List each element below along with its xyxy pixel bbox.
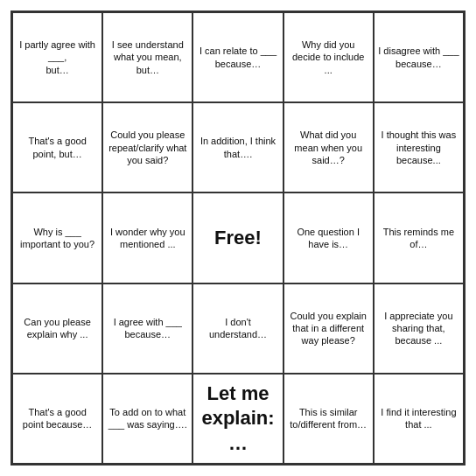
bingo-cell-r5c2: To add on to what ___ was saying…. — [102, 374, 192, 464]
bingo-cell-r2c3: In addition, I think that…. — [192, 102, 283, 192]
bingo-cell-r2c5: I thought this was interesting because..… — [374, 102, 464, 192]
bingo-cell-r3c5: This reminds me of… — [374, 192, 464, 283]
bingo-cell-r2c1: That's a good point, but… — [12, 102, 102, 192]
bingo-cell-r1c3: I can relate to ___because… — [192, 12, 283, 102]
bingo-cell-r4c4: Could you explain that in a different wa… — [284, 284, 374, 374]
bingo-cell-r5c5: I find it interesting that ... — [374, 374, 464, 464]
bingo-cell-r4c1: Can you please explain why ... — [12, 284, 102, 374]
bingo-grid: I partly agree with ___,but…I see unders… — [12, 12, 464, 464]
bingo-cell-r2c4: What did you mean when you said…? — [284, 102, 374, 192]
bingo-cell-r1c2: I see understand what you mean, but… — [102, 12, 192, 102]
bingo-cell-r3c1: Why is ___ important to you? — [12, 192, 102, 283]
bingo-cell-r4c2: I agree with ___because… — [102, 284, 192, 374]
bingo-cell-r4c5: I appreciate you sharing that, because .… — [374, 284, 464, 374]
bingo-cell-r5c4: This is similar to/different from… — [284, 374, 374, 464]
bingo-board: I partly agree with ___,but…I see unders… — [10, 10, 466, 466]
bingo-cell-r2c2: Could you please repeat/clarify what you… — [102, 102, 192, 192]
bingo-cell-r5c3: Let me explain: … — [192, 374, 283, 464]
bingo-cell-r5c1: That's a good point because… — [12, 374, 102, 464]
bingo-cell-r1c4: Why did you decide to include ... — [284, 12, 374, 102]
bingo-cell-r3c3: Free! — [192, 192, 283, 283]
bingo-cell-r4c3: I don't understand… — [192, 284, 283, 374]
bingo-cell-r3c2: I wonder why you mentioned ... — [102, 192, 192, 283]
bingo-cell-r1c1: I partly agree with ___,but… — [12, 12, 102, 102]
bingo-cell-r1c5: I disagree with ___because… — [374, 12, 464, 102]
bingo-cell-r3c4: One question I have is… — [284, 192, 374, 283]
